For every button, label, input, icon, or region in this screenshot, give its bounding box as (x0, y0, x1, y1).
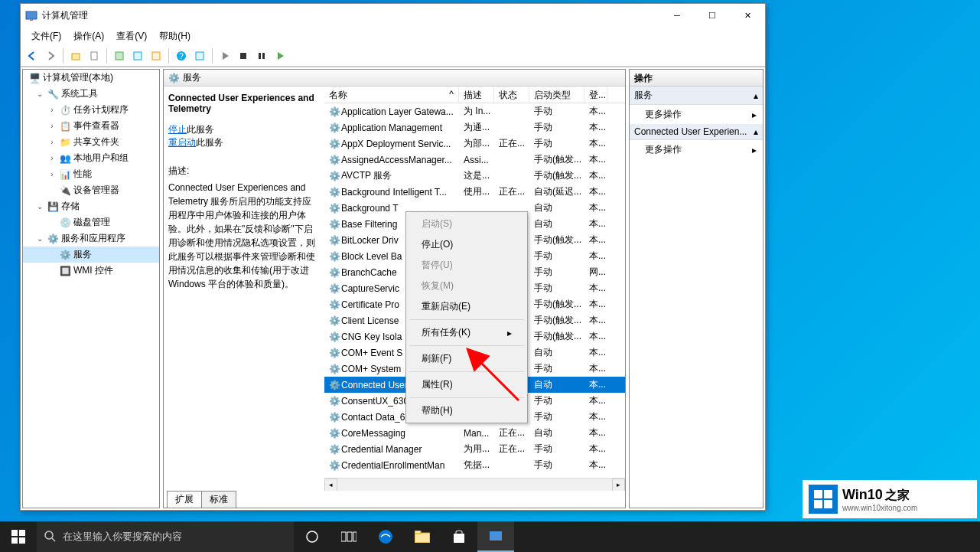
svg-rect-6 (152, 52, 160, 60)
tree-local-users[interactable]: ›👥本地用户和组 (23, 150, 159, 166)
horizontal-scrollbar[interactable]: ◂ ▸ (324, 478, 625, 491)
cm-refresh[interactable]: 刷新(F) (408, 348, 526, 369)
taskbar-taskview[interactable] (330, 521, 367, 552)
tree-disk-mgmt[interactable]: 💿磁盘管理 (23, 214, 159, 230)
actions-header: 操作 (630, 70, 763, 87)
more-actions-2[interactable]: 更多操作▸ (630, 140, 763, 159)
menu-action[interactable]: 操作(A) (67, 28, 110, 45)
expand-icon[interactable]: › (47, 106, 57, 115)
collapse-icon[interactable]: ⌄ (35, 90, 44, 99)
minimize-button[interactable]: ─ (659, 4, 695, 27)
tree-performance[interactable]: ›📊性能 (23, 166, 159, 182)
service-row[interactable]: ⚙️AVCTP 服务这是...手动(触发...本... (324, 168, 625, 184)
tree-system-tools[interactable]: ⌄🔧系统工具 (23, 86, 159, 102)
menu-file[interactable]: 文件(F) (25, 28, 67, 45)
tree-storage[interactable]: ⌄💾存储 (23, 198, 159, 214)
restart-link[interactable]: 重启动 (168, 137, 196, 148)
service-row[interactable]: ⚙️AppX Deployment Servic...为部...正在...手动本… (324, 136, 625, 152)
nav-back-button[interactable] (24, 47, 41, 64)
taskbar[interactable]: 在这里输入你要搜索的内容 (0, 521, 980, 552)
actions-group-selected[interactable]: Connected User Experien...▴ (630, 124, 763, 140)
maximize-button[interactable]: ☐ (695, 4, 730, 27)
svg-rect-10 (240, 53, 246, 59)
cm-all-tasks[interactable]: 所有任务(K)▸ (408, 322, 526, 343)
svg-rect-19 (19, 530, 25, 536)
service-row[interactable]: ⚙️CoreMessagingMan...正在...自动本... (324, 425, 625, 441)
tree-event-viewer[interactable]: ›📋事件查看器 (23, 118, 159, 134)
svg-rect-27 (353, 532, 357, 541)
tab-standard[interactable]: 标准 (201, 491, 236, 508)
gear-icon: ⚙️ (329, 428, 340, 439)
taskbar-explorer[interactable] (404, 521, 441, 552)
taskbar-compmgmt[interactable] (477, 521, 514, 552)
cm-resume: 恢复(M) (408, 276, 526, 296)
stop-button[interactable] (235, 47, 252, 64)
tree-wmi[interactable]: 🔲WMI 控件 (23, 263, 159, 279)
collapse-icon[interactable]: ⌄ (35, 234, 44, 243)
help-button[interactable]: ? (173, 47, 190, 64)
collapse-icon: ▴ (754, 90, 758, 101)
tree-services-apps[interactable]: ⌄⚙️服务和应用程序 (23, 230, 159, 247)
expand-icon[interactable]: › (47, 138, 57, 147)
tb-btn-3[interactable] (148, 47, 164, 64)
svg-rect-0 (26, 11, 37, 19)
column-headers[interactable]: 名称^ 描述 状态 启动类型 登... (324, 87, 625, 103)
tb-btn-2[interactable] (129, 47, 146, 64)
scroll-left-icon[interactable]: ◂ (324, 479, 337, 492)
start-button[interactable] (0, 521, 37, 552)
tab-extended[interactable]: 扩展 (167, 491, 202, 508)
restart-button[interactable] (272, 47, 288, 64)
nav-tree[interactable]: 🖥️计算机管理(本地) ⌄🔧系统工具 ›⏱️任务计划程序 ›📋事件查看器 ›📁共… (22, 69, 160, 508)
tree-device-manager[interactable]: 🔌设备管理器 (23, 182, 159, 198)
nav-forward-button[interactable] (42, 47, 59, 64)
svg-rect-3 (91, 52, 97, 60)
close-button[interactable]: ✕ (730, 4, 765, 27)
taskbar-cortana[interactable] (294, 521, 330, 552)
menu-view[interactable]: 查看(V) (110, 28, 153, 45)
svg-point-22 (45, 531, 53, 539)
tree-task-scheduler[interactable]: ›⏱️任务计划程序 (23, 102, 159, 118)
col-name[interactable]: 名称^ (324, 87, 459, 103)
expand-icon[interactable]: › (47, 170, 57, 179)
tb-btn-1[interactable] (111, 47, 128, 64)
svg-rect-9 (196, 52, 203, 60)
cm-help[interactable]: 帮助(H) (408, 400, 526, 421)
tree-services[interactable]: ⚙️服务 (23, 247, 159, 263)
tree-shared-folders[interactable]: ›📁共享文件夹 (23, 134, 159, 150)
service-row[interactable]: ⚙️Application Management为通...手动本... (324, 119, 625, 136)
expand-icon[interactable]: › (47, 122, 57, 131)
more-actions-1[interactable]: 更多操作▸ (630, 105, 763, 124)
gear-icon: ⚙️ (329, 380, 340, 390)
actions-group-services[interactable]: 服务▴ (630, 87, 763, 105)
cm-restart[interactable]: 重新启动(E) (408, 296, 526, 317)
col-logon[interactable]: 登... (584, 87, 607, 103)
stop-link[interactable]: 停止 (168, 124, 187, 135)
col-desc[interactable]: 描述 (459, 87, 494, 103)
tree-root[interactable]: 🖥️计算机管理(本地) (23, 70, 159, 86)
service-row[interactable]: ⚙️Application Layer Gatewa...为 In...手动本.… (324, 103, 625, 119)
play-button[interactable] (217, 47, 233, 64)
svg-point-28 (379, 530, 392, 544)
cm-properties[interactable]: 属性(R) (408, 374, 526, 395)
col-status[interactable]: 状态 (494, 87, 529, 103)
tb-btn-4[interactable] (191, 47, 208, 64)
cm-stop[interactable]: 停止(O) (408, 234, 526, 255)
taskbar-search[interactable]: 在这里输入你要搜索的内容 (37, 521, 294, 552)
taskbar-store[interactable] (441, 521, 477, 552)
service-row[interactable]: ⚙️Background Intelligent T...使用...正在...自… (324, 184, 625, 200)
collapse-icon[interactable]: ⌄ (35, 202, 44, 211)
new-button[interactable] (86, 47, 103, 64)
up-button[interactable] (67, 47, 84, 64)
windows-logo-icon (809, 485, 838, 514)
service-row[interactable]: ⚙️AssignedAccessManager...Assi...手动(触发..… (324, 152, 625, 168)
pause-button[interactable] (253, 47, 270, 64)
col-startup[interactable]: 启动类型 (529, 87, 584, 103)
context-menu[interactable]: 启动(S) 停止(O) 暂停(U) 恢复(M) 重新启动(E) 所有任务(K)▸… (405, 211, 528, 423)
toolbar: ? (21, 45, 765, 67)
expand-icon[interactable]: › (47, 154, 57, 163)
scroll-right-icon[interactable]: ▸ (612, 479, 625, 492)
service-row[interactable]: ⚙️Credential Manager为用...正在...手动本... (324, 441, 625, 457)
menu-help[interactable]: 帮助(H) (153, 28, 197, 45)
service-row[interactable]: ⚙️CredentialEnrollmentMan凭据...手动本... (324, 457, 625, 473)
taskbar-edge[interactable] (367, 521, 404, 552)
